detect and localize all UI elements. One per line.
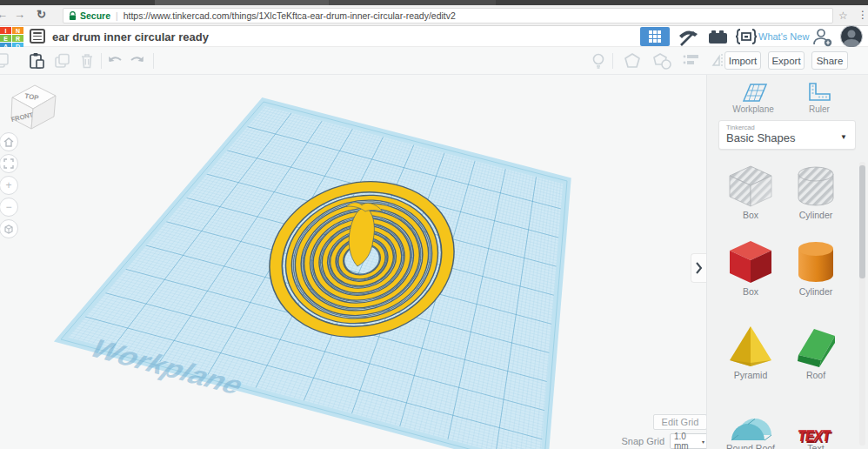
shape-tile-cylinder[interactable]: Cylinder xyxy=(785,238,846,297)
add-person-icon[interactable] xyxy=(812,28,833,47)
main-area: Workplane TOP FRONT xyxy=(0,75,868,449)
bookmark-star-icon[interactable]: ☆ xyxy=(838,10,848,22)
forward-button[interactable]: → xyxy=(14,8,25,21)
shape-tile-text[interactable]: TEXT Text xyxy=(785,399,846,449)
home-view-button[interactable] xyxy=(0,132,18,151)
lightbulb-icon[interactable] xyxy=(590,52,607,70)
align-icon[interactable] xyxy=(682,52,701,70)
paste-icon[interactable] xyxy=(28,52,45,70)
copy-icon[interactable] xyxy=(0,52,10,70)
delete-trash-icon[interactable] xyxy=(78,52,96,70)
back-button[interactable]: ← xyxy=(0,8,8,21)
workplane-tool-label: Workplane xyxy=(723,104,784,114)
shape-library-dropdown[interactable]: Tinkercad Basic Shapes ▼ xyxy=(718,120,856,150)
whats-new-link[interactable]: What's New xyxy=(758,31,809,42)
url-separator: | xyxy=(116,11,118,21)
padlock-icon xyxy=(69,11,77,21)
browser-menu-icon[interactable]: ⋮ xyxy=(858,9,868,21)
codeblocks-icon[interactable] xyxy=(735,29,758,44)
text-shape-preview: TEXT xyxy=(782,395,850,446)
chevron-right-icon xyxy=(695,261,703,275)
minecraft-pickaxe-icon[interactable] xyxy=(678,29,698,46)
shape-tile-box[interactable]: Box xyxy=(720,238,781,297)
design-title[interactable]: ear drum inner circular ready xyxy=(52,30,209,44)
grid-icon xyxy=(649,30,661,43)
undo-icon[interactable] xyxy=(106,52,124,70)
shape-tile-pyramid[interactable]: Pyramid xyxy=(720,322,781,380)
ruler-tool-label: Ruler xyxy=(789,104,850,114)
browser-address-bar: ← → ↻ Secure | https://www.tinkercad.com… xyxy=(0,5,868,26)
library-title: Basic Shapes xyxy=(726,131,848,144)
snap-grid-value: 1.0 mm xyxy=(674,432,702,449)
user-avatar[interactable] xyxy=(840,25,863,48)
logo-tile: E xyxy=(0,35,11,42)
zoom-in-button[interactable]: + xyxy=(0,176,18,195)
editor-toolbar: Import Export Share xyxy=(0,47,868,75)
perspective-toggle-button[interactable] xyxy=(0,219,18,238)
fit-view-icon xyxy=(3,158,14,169)
shape-label: Cylinder xyxy=(785,286,846,297)
home-icon xyxy=(3,137,14,147)
shape-label: Pyramid xyxy=(720,370,781,380)
share-button[interactable]: Share xyxy=(811,51,848,70)
ungroup-icon[interactable] xyxy=(651,52,673,70)
library-brand: Tinkercad xyxy=(726,124,848,131)
scene-3d[interactable]: Workplane xyxy=(0,75,706,449)
shape-tile-round-roof[interactable]: Round Roof xyxy=(720,399,781,449)
reload-button[interactable]: ↻ xyxy=(37,8,46,21)
caret-down-icon: ▾ xyxy=(702,439,704,445)
perspective-cube-icon xyxy=(3,224,14,234)
url-text[interactable]: https://www.tinkercad.com/things/1XlcTeK… xyxy=(124,10,456,21)
workplane-tool[interactable]: Workplane xyxy=(723,82,784,114)
brick-icon[interactable] xyxy=(709,30,728,44)
logo-tile: R xyxy=(12,35,23,42)
caret-down-icon: ▼ xyxy=(840,133,847,141)
zoom-out-button[interactable]: − xyxy=(0,198,18,217)
shape-tile-cylinder-hole[interactable]: Cylinder xyxy=(785,164,846,220)
shape-label: Cylinder xyxy=(785,210,846,220)
snap-grid-label: Snap Grid xyxy=(607,436,664,446)
import-button[interactable]: Import xyxy=(724,51,761,70)
dashboard-grid-button[interactable] xyxy=(640,27,670,46)
shape-label: Box xyxy=(720,286,781,297)
viewport-3d[interactable]: Workplane TOP FRONT xyxy=(0,75,706,449)
panel-scrollbar-thumb[interactable] xyxy=(859,165,865,278)
workplane-tool-icon xyxy=(738,82,769,103)
avatar-silhouette-icon xyxy=(841,26,862,47)
url-field[interactable]: Secure | https://www.tinkercad.com/thing… xyxy=(63,8,833,23)
snap-grid-select[interactable]: 1.0 mm ▾ xyxy=(670,433,706,449)
shape-label: Roof xyxy=(785,370,846,380)
design-list-icon[interactable] xyxy=(30,29,45,44)
fit-view-button[interactable] xyxy=(0,154,18,173)
duplicate-icon[interactable] xyxy=(54,52,71,70)
redo-icon[interactable] xyxy=(129,52,146,70)
secure-badge[interactable]: Secure xyxy=(80,10,110,21)
ruler-tool[interactable]: Ruler xyxy=(789,82,850,114)
group-icon[interactable] xyxy=(621,52,644,70)
export-button[interactable]: Export xyxy=(768,51,805,70)
shape-tile-roof[interactable]: Roof xyxy=(785,322,846,380)
tinkercad-editor-window: ← → ↻ Secure | https://www.tinkercad.com… xyxy=(0,0,868,449)
logo-tile: N xyxy=(12,27,23,34)
panel-collapse-handle[interactable] xyxy=(691,253,706,283)
shapes-panel: Workplane Ruler Tinkercad Basic Shapes ▼ xyxy=(706,75,868,449)
ruler-tool-icon xyxy=(806,82,832,103)
shape-tile-box-hole[interactable]: Box xyxy=(720,164,781,220)
logo-tile: I xyxy=(0,27,11,34)
app-header: I N E R A D ear drum inner circular read… xyxy=(0,26,868,47)
shape-label: Round Roof xyxy=(720,443,781,449)
shape-label: Box xyxy=(720,210,781,220)
edit-grid-button[interactable]: Edit Grid xyxy=(653,414,706,430)
view-cube[interactable]: TOP FRONT xyxy=(5,80,59,132)
